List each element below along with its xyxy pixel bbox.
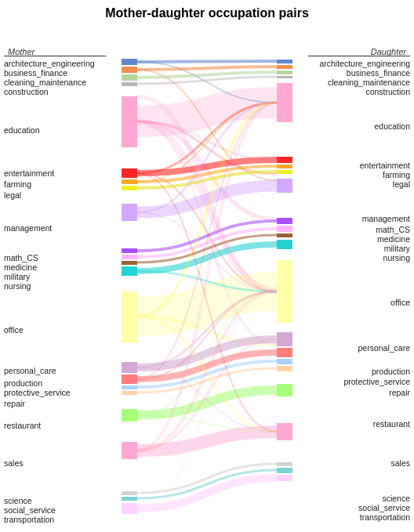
- svg-rect-27: [277, 83, 292, 122]
- left-label-biz: business_finance: [4, 68, 67, 78]
- svg-rect-18: [122, 409, 137, 422]
- right-label-const: construction: [365, 87, 410, 97]
- svg-rect-5: [122, 168, 137, 178]
- right-label-edu: education: [374, 121, 410, 132]
- svg-rect-12: [122, 266, 137, 276]
- right-label-sci: science: [382, 494, 410, 504]
- svg-rect-26: [277, 76, 292, 78]
- svg-rect-38: [277, 348, 292, 357]
- right-label-mil: military: [384, 244, 410, 254]
- left-label-soc: social_service: [4, 505, 56, 516]
- chart-svg: [0, 24, 414, 532]
- svg-rect-41: [277, 384, 292, 396]
- right-label-pers: personal_care: [358, 343, 410, 353]
- right-label-trans: transportation: [360, 512, 410, 523]
- svg-rect-1: [122, 67, 137, 73]
- left-label-prot: protective_service: [4, 388, 71, 398]
- right-label-prod: production: [372, 367, 410, 377]
- svg-rect-43: [277, 462, 292, 466]
- chart-title: Mother-daughter occupation pairs: [0, 0, 414, 20]
- right-label-biz: business_finance: [347, 68, 410, 78]
- svg-rect-14: [122, 362, 137, 373]
- right-label-med: medicine: [377, 234, 410, 244]
- left-label-pers: personal_care: [4, 366, 56, 376]
- svg-rect-4: [122, 96, 137, 147]
- right-label-off: office: [390, 298, 410, 308]
- left-label-mil: military: [4, 272, 30, 282]
- right-label-nurs: nursing: [383, 253, 410, 263]
- svg-rect-34: [277, 233, 292, 237]
- svg-rect-9: [122, 248, 137, 253]
- left-label-math: math_CS: [4, 253, 38, 263]
- svg-rect-13: [122, 291, 137, 342]
- svg-rect-22: [122, 503, 137, 514]
- left-label-rep: repair: [4, 399, 25, 409]
- svg-rect-24: [277, 65, 292, 69]
- right-label-ent: entertainment: [360, 161, 410, 171]
- left-label-trans: transportation: [4, 515, 54, 525]
- svg-rect-35: [277, 240, 292, 249]
- svg-rect-25: [277, 71, 292, 74]
- svg-rect-42: [277, 423, 292, 440]
- left-label-ent: entertainment: [4, 168, 54, 179]
- svg-rect-6: [122, 179, 137, 184]
- svg-rect-10: [122, 255, 137, 259]
- left-label-off: office: [4, 325, 24, 335]
- left-label-clean: cleaning_maintenance: [4, 78, 86, 88]
- svg-rect-2: [122, 74, 137, 81]
- right-label-prot: protective_service: [343, 377, 410, 387]
- svg-rect-19: [122, 442, 137, 459]
- svg-rect-7: [122, 186, 137, 190]
- svg-rect-32: [277, 218, 292, 224]
- svg-rect-23: [277, 60, 292, 63]
- svg-rect-33: [277, 226, 292, 232]
- left-label-sci: science: [4, 496, 32, 506]
- svg-rect-36: [277, 260, 292, 323]
- svg-rect-21: [122, 497, 137, 501]
- right-label-mgmt: management: [362, 214, 410, 224]
- svg-rect-20: [122, 491, 137, 495]
- right-label-legal: legal: [393, 179, 410, 190]
- svg-rect-44: [277, 468, 292, 473]
- svg-rect-29: [277, 165, 292, 168]
- svg-rect-3: [122, 82, 137, 86]
- left-label-mgmt: management: [4, 223, 52, 233]
- left-label-rest: restaurant: [4, 421, 41, 431]
- left-label-arch: architecture_engineering: [4, 59, 95, 69]
- right-label-rep: repair: [389, 388, 410, 398]
- left-label-legal: legal: [4, 190, 21, 201]
- left-label-med: medicine: [4, 262, 37, 273]
- svg-rect-16: [122, 385, 137, 389]
- svg-rect-17: [122, 391, 137, 395]
- right-label-arch: architecture_engineering: [319, 59, 410, 69]
- right-label-math: math_CS: [376, 225, 410, 235]
- right-label-rest: restaurant: [373, 419, 410, 429]
- left-label-const: construction: [4, 87, 49, 97]
- right-label-farm: farming: [383, 170, 410, 180]
- svg-rect-30: [277, 170, 292, 174]
- svg-rect-8: [122, 204, 137, 221]
- left-label-nurs: nursing: [4, 281, 31, 291]
- svg-rect-40: [277, 366, 292, 371]
- chart-container: Mother Daughter: [0, 24, 414, 532]
- svg-rect-39: [277, 359, 292, 364]
- right-label-clean: cleaning_maintenance: [328, 78, 410, 88]
- left-label-prod: production: [4, 378, 42, 389]
- svg-rect-0: [122, 59, 137, 65]
- right-label-sales: sales: [390, 458, 410, 469]
- left-label-farm: farming: [4, 179, 31, 190]
- svg-rect-28: [277, 157, 292, 163]
- svg-rect-45: [277, 475, 292, 481]
- svg-rect-31: [277, 179, 292, 193]
- left-label-edu: education: [4, 125, 40, 136]
- svg-rect-15: [122, 375, 137, 384]
- svg-rect-11: [122, 261, 137, 265]
- svg-rect-37: [277, 332, 292, 346]
- right-label-soc: social_service: [358, 503, 410, 513]
- left-label-sales: sales: [4, 458, 24, 469]
